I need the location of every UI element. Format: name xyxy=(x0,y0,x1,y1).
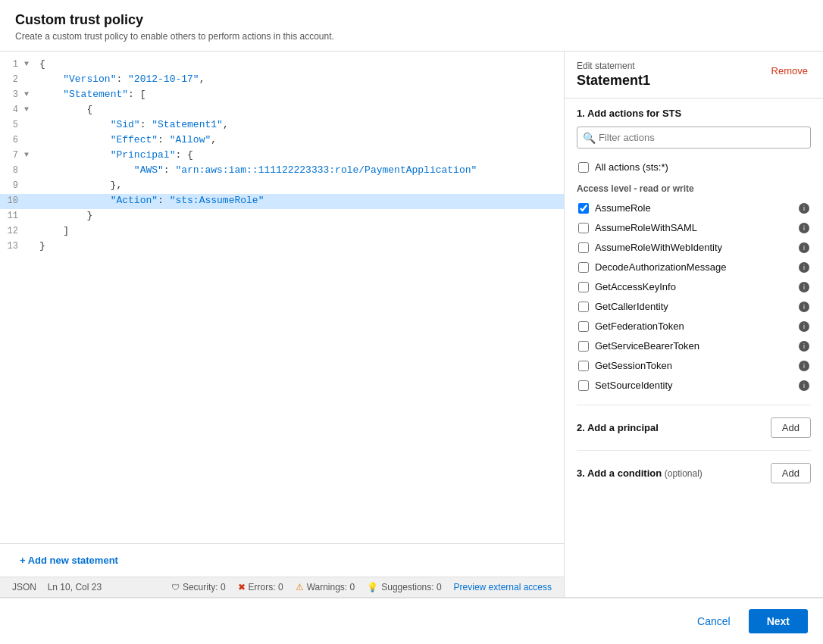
info-icon-SetSourceIdentity[interactable]: i xyxy=(799,380,809,391)
code-line-9: 9 }, xyxy=(0,179,564,194)
add-condition-button[interactable]: Add xyxy=(771,463,811,483)
action-checkbox-AssumeRole[interactable] xyxy=(578,203,589,214)
code-line-6: 6 "Effect": "Allow", xyxy=(0,133,564,148)
editor-body[interactable]: 1▼{2 "Version": "2012-10-17",3▼ "Stateme… xyxy=(0,52,564,543)
action-checkbox-item-7: GetServiceBearerTokeni xyxy=(577,336,811,356)
action-checkbox-GetFederationToken[interactable] xyxy=(578,321,589,332)
code-line-5: 5 "Sid": "Statement1", xyxy=(0,118,564,133)
editor-footer: + Add new statement xyxy=(0,543,564,577)
code-line-4: 4▼ { xyxy=(0,103,564,118)
info-icon-GetFederationToken[interactable]: i xyxy=(799,321,809,332)
action-label-AssumeRole: AssumeRole xyxy=(595,202,793,214)
filter-input-wrapper: 🔍 xyxy=(577,127,811,148)
search-icon: 🔍 xyxy=(583,132,596,144)
action-label-AssumeRoleWithWebIdentity: AssumeRoleWithWebIdentity xyxy=(595,242,793,253)
action-label-GetFederationToken: GetFederationToken xyxy=(595,320,793,332)
section3-optional: (optional) xyxy=(665,468,703,479)
security-status: 🛡 Security: 0 xyxy=(171,582,226,592)
actions-list: AssumeRoleiAssumeRoleWithSAMLiAssumeRole… xyxy=(577,199,811,395)
action-checkbox-item-4: GetAccessKeyInfoi xyxy=(577,277,811,297)
action-checkbox-GetAccessKeyInfo[interactable] xyxy=(578,282,589,292)
action-label-GetSessionToken: GetSessionToken xyxy=(595,360,793,371)
action-checkbox-item-2: AssumeRoleWithWebIdentityi xyxy=(577,238,811,258)
code-line-11: 11 } xyxy=(0,209,564,224)
code-line-3: 3▼ "Statement": [ xyxy=(0,88,564,103)
right-panel-content: 1. Add actions for STS 🔍 All actions (st… xyxy=(565,98,823,597)
code-line-10: 10 "Action": "sts:AssumeRole" xyxy=(0,194,564,209)
code-line-2: 2 "Version": "2012-10-17", xyxy=(0,73,564,88)
action-checkbox-GetCallerIdentity[interactable] xyxy=(578,302,589,312)
info-icon-GetCallerIdentity[interactable]: i xyxy=(799,302,809,312)
bottom-actions: Cancel Next xyxy=(0,598,823,644)
section1-title: 1. Add actions for STS xyxy=(577,108,811,119)
info-icon-DecodeAuthorizationMessage[interactable]: i xyxy=(799,262,809,273)
action-checkbox-item-5: GetCallerIdentityi xyxy=(577,297,811,317)
page-title: Custom trust policy xyxy=(15,12,808,28)
action-checkbox-item-8: GetSessionTokeni xyxy=(577,356,811,376)
page-header: Custom trust policy Create a custom trus… xyxy=(0,0,823,52)
add-new-statement-button[interactable]: + Add new statement xyxy=(12,550,126,571)
action-checkbox-AssumeRoleWithSAML[interactable] xyxy=(578,223,589,233)
suggestions-status: 💡 Suggestions: 0 xyxy=(367,582,441,592)
code-line-13: 13} xyxy=(0,239,564,255)
action-label-GetServiceBearerToken: GetServiceBearerToken xyxy=(595,340,793,352)
action-checkbox-item-9: SetSourceIdentityi xyxy=(577,376,811,395)
shield-icon: 🛡 xyxy=(171,583,180,592)
action-label-GetCallerIdentity: GetCallerIdentity xyxy=(595,301,793,312)
statement-header: Edit statement Statement1 Remove xyxy=(565,52,823,98)
access-level-label: Access level - read or write xyxy=(577,183,811,194)
add-principal-button[interactable]: Add xyxy=(771,417,811,438)
code-line-12: 12 ] xyxy=(0,224,564,239)
action-checkbox-item-6: GetFederationTokeni xyxy=(577,317,811,336)
section2-title: 2. Add a principal xyxy=(577,422,659,433)
main-content: 1▼{2 "Version": "2012-10-17",3▼ "Stateme… xyxy=(0,52,823,598)
preview-external-access-link[interactable]: Preview external access xyxy=(454,582,552,592)
page-wrapper: Custom trust policy Create a custom trus… xyxy=(0,0,823,644)
section3-container: 3. Add a condition (optional) Add xyxy=(577,460,811,486)
filter-actions-input[interactable] xyxy=(577,127,811,148)
action-label-SetSourceIdentity: SetSourceIdentity xyxy=(595,380,793,391)
all-actions-checkbox[interactable] xyxy=(578,162,589,173)
section-divider-2 xyxy=(577,450,811,451)
all-actions-checkbox-item: All actions (sts:*) xyxy=(577,158,811,177)
error-icon: ✖ xyxy=(238,582,246,592)
right-panel: Edit statement Statement1 Remove 1. Add … xyxy=(565,52,823,597)
action-label-AssumeRoleWithSAML: AssumeRoleWithSAML xyxy=(595,222,793,233)
actions-checkbox-list: All actions (sts:*) Access level - read … xyxy=(577,158,811,395)
section3-title: 3. Add a condition (optional) xyxy=(577,467,703,479)
action-checkbox-GetServiceBearerToken[interactable] xyxy=(578,341,589,352)
all-actions-label: All actions (sts:*) xyxy=(595,161,809,173)
code-line-1: 1▼{ xyxy=(0,58,564,73)
action-label-DecodeAuthorizationMessage: DecodeAuthorizationMessage xyxy=(595,261,793,273)
action-checkbox-item-1: AssumeRoleWithSAMLi xyxy=(577,218,811,238)
section2-container: 2. Add a principal Add xyxy=(577,414,811,441)
edit-statement-label: Edit statement xyxy=(577,61,650,71)
info-icon-GetAccessKeyInfo[interactable]: i xyxy=(799,282,809,292)
editor-status-bar: JSON Ln 10, Col 23 🛡 Security: 0 ✖ Error… xyxy=(0,577,564,597)
code-line-8: 8 "AWS": "arn:aws:iam::111122223333:role… xyxy=(0,164,564,179)
action-checkbox-SetSourceIdentity[interactable] xyxy=(578,380,589,391)
action-checkbox-DecodeAuthorizationMessage[interactable] xyxy=(578,262,589,273)
action-checkbox-item-3: DecodeAuthorizationMessagei xyxy=(577,258,811,277)
cancel-button[interactable]: Cancel xyxy=(687,609,741,633)
suggestions-icon: 💡 xyxy=(367,582,378,592)
info-icon-GetServiceBearerToken[interactable]: i xyxy=(799,341,809,352)
remove-button[interactable]: Remove xyxy=(768,62,811,80)
editor-panel: 1▼{2 "Version": "2012-10-17",3▼ "Stateme… xyxy=(0,52,565,597)
next-button[interactable]: Next xyxy=(749,609,808,633)
warning-icon: ⚠ xyxy=(296,582,304,592)
format-status: JSON Ln 10, Col 23 xyxy=(12,582,102,592)
code-line-7: 7▼ "Principal": { xyxy=(0,148,564,164)
action-label-GetAccessKeyInfo: GetAccessKeyInfo xyxy=(595,281,793,292)
bottom-actions-right: Cancel Next xyxy=(687,609,808,633)
action-checkbox-AssumeRoleWithWebIdentity[interactable] xyxy=(578,242,589,253)
statement-name: Statement1 xyxy=(577,73,650,89)
warnings-status: ⚠ Warnings: 0 xyxy=(296,582,355,592)
info-icon-AssumeRole[interactable]: i xyxy=(799,203,809,214)
errors-status: ✖ Errors: 0 xyxy=(238,582,283,592)
action-checkbox-item-0: AssumeRolei xyxy=(577,199,811,218)
action-checkbox-GetSessionToken[interactable] xyxy=(578,361,589,371)
info-icon-GetSessionToken[interactable]: i xyxy=(799,361,809,371)
info-icon-AssumeRoleWithSAML[interactable]: i xyxy=(799,223,809,233)
info-icon-AssumeRoleWithWebIdentity[interactable]: i xyxy=(799,242,809,253)
